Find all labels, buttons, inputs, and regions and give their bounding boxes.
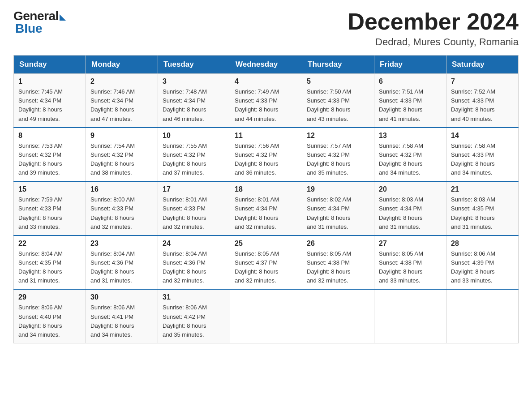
col-tuesday: Tuesday <box>158 56 230 74</box>
table-row: 10 Sunrise: 7:55 AMSunset: 4:32 PMDaylig… <box>158 128 230 182</box>
day-info: Sunrise: 7:48 AMSunset: 4:34 PMDaylight:… <box>163 88 207 122</box>
table-row: 30 Sunrise: 8:06 AMSunset: 4:41 PMDaylig… <box>86 289 158 343</box>
day-info: Sunrise: 8:03 AMSunset: 4:35 PMDaylight:… <box>451 196 495 230</box>
day-info: Sunrise: 8:06 AMSunset: 4:41 PMDaylight:… <box>90 304 135 338</box>
day-number: 20 <box>379 185 442 193</box>
day-number: 23 <box>90 240 153 248</box>
table-row: 4 Sunrise: 7:49 AMSunset: 4:33 PMDayligh… <box>230 74 302 128</box>
title-area: December 2024 Dedrad, Mures County, Roma… <box>348 9 519 48</box>
day-info: Sunrise: 8:04 AMSunset: 4:36 PMDaylight:… <box>163 250 207 284</box>
day-number: 18 <box>235 185 297 193</box>
day-info: Sunrise: 8:06 AMSunset: 4:42 PMDaylight:… <box>163 304 207 338</box>
location-title: Dedrad, Mures County, Romania <box>348 36 519 48</box>
table-row: 24 Sunrise: 8:04 AMSunset: 4:36 PMDaylig… <box>158 235 230 290</box>
table-row: 22 Sunrise: 8:04 AMSunset: 4:35 PMDaylig… <box>14 235 86 290</box>
table-row: 27 Sunrise: 8:05 AMSunset: 4:38 PMDaylig… <box>374 235 446 290</box>
table-row: 31 Sunrise: 8:06 AMSunset: 4:42 PMDaylig… <box>158 289 230 343</box>
day-info: Sunrise: 8:06 AMSunset: 4:39 PMDaylight:… <box>451 250 495 284</box>
calendar-week-row: 22 Sunrise: 8:04 AMSunset: 4:35 PMDaylig… <box>14 235 519 290</box>
table-row: 17 Sunrise: 8:01 AMSunset: 4:33 PMDaylig… <box>158 181 230 235</box>
table-row: 1 Sunrise: 7:45 AMSunset: 4:34 PMDayligh… <box>14 74 86 128</box>
col-wednesday: Wednesday <box>230 56 302 74</box>
col-sunday: Sunday <box>14 56 86 74</box>
table-row: 9 Sunrise: 7:54 AMSunset: 4:32 PMDayligh… <box>86 128 158 182</box>
col-thursday: Thursday <box>302 56 374 74</box>
table-row: 2 Sunrise: 7:46 AMSunset: 4:34 PMDayligh… <box>86 74 158 128</box>
day-info: Sunrise: 7:57 AMSunset: 4:32 PMDaylight:… <box>307 142 351 176</box>
table-row: 11 Sunrise: 7:56 AMSunset: 4:32 PMDaylig… <box>230 128 302 182</box>
table-row: 18 Sunrise: 8:01 AMSunset: 4:34 PMDaylig… <box>230 181 302 235</box>
col-monday: Monday <box>86 56 158 74</box>
logo-blue-text: Blue <box>15 21 43 36</box>
day-number: 10 <box>163 132 225 140</box>
table-row <box>446 289 519 343</box>
table-row: 3 Sunrise: 7:48 AMSunset: 4:34 PMDayligh… <box>158 74 230 128</box>
table-row: 20 Sunrise: 8:03 AMSunset: 4:34 PMDaylig… <box>374 181 446 235</box>
table-row: 25 Sunrise: 8:05 AMSunset: 4:37 PMDaylig… <box>230 235 302 290</box>
day-number: 19 <box>307 185 369 193</box>
day-info: Sunrise: 7:53 AMSunset: 4:32 PMDaylight:… <box>18 142 63 176</box>
day-number: 5 <box>307 77 369 86</box>
table-row: 12 Sunrise: 7:57 AMSunset: 4:32 PMDaylig… <box>302 128 374 182</box>
table-row: 7 Sunrise: 7:52 AMSunset: 4:33 PMDayligh… <box>446 74 519 128</box>
day-info: Sunrise: 7:46 AMSunset: 4:34 PMDaylight:… <box>90 88 135 122</box>
day-number: 29 <box>18 293 81 301</box>
day-number: 30 <box>90 293 153 301</box>
day-number: 31 <box>163 293 225 301</box>
day-number: 24 <box>163 240 225 248</box>
logo: General Blue <box>13 9 66 36</box>
table-row <box>302 289 374 343</box>
day-info: Sunrise: 7:50 AMSunset: 4:33 PMDaylight:… <box>307 88 351 122</box>
day-number: 2 <box>90 77 153 86</box>
day-info: Sunrise: 8:05 AMSunset: 4:38 PMDaylight:… <box>307 250 351 284</box>
day-info: Sunrise: 7:56 AMSunset: 4:32 PMDaylight:… <box>235 142 279 176</box>
table-row: 14 Sunrise: 7:58 AMSunset: 4:33 PMDaylig… <box>446 128 519 182</box>
day-number: 7 <box>451 77 514 86</box>
logo-arrow-icon <box>60 14 66 21</box>
calendar-week-row: 29 Sunrise: 8:06 AMSunset: 4:40 PMDaylig… <box>14 289 519 343</box>
day-number: 12 <box>307 132 369 140</box>
table-row <box>230 289 302 343</box>
day-number: 9 <box>90 132 153 140</box>
day-info: Sunrise: 8:00 AMSunset: 4:33 PMDaylight:… <box>90 196 135 230</box>
page-header: General Blue December 2024 Dedrad, Mures… <box>13 9 519 48</box>
day-info: Sunrise: 8:01 AMSunset: 4:33 PMDaylight:… <box>163 196 207 230</box>
day-number: 28 <box>451 240 514 248</box>
table-row: 21 Sunrise: 8:03 AMSunset: 4:35 PMDaylig… <box>446 181 519 235</box>
table-row: 5 Sunrise: 7:50 AMSunset: 4:33 PMDayligh… <box>302 74 374 128</box>
day-number: 17 <box>163 185 225 193</box>
table-row: 28 Sunrise: 8:06 AMSunset: 4:39 PMDaylig… <box>446 235 519 290</box>
col-saturday: Saturday <box>446 56 519 74</box>
calendar-header-row: Sunday Monday Tuesday Wednesday Thursday… <box>14 56 519 74</box>
day-number: 1 <box>18 77 81 86</box>
col-friday: Friday <box>374 56 446 74</box>
day-info: Sunrise: 7:58 AMSunset: 4:33 PMDaylight:… <box>451 142 495 176</box>
day-info: Sunrise: 7:49 AMSunset: 4:33 PMDaylight:… <box>235 88 279 122</box>
day-info: Sunrise: 7:59 AMSunset: 4:33 PMDaylight:… <box>18 196 63 230</box>
calendar-week-row: 8 Sunrise: 7:53 AMSunset: 4:32 PMDayligh… <box>14 128 519 182</box>
day-number: 6 <box>379 77 442 86</box>
day-info: Sunrise: 8:04 AMSunset: 4:35 PMDaylight:… <box>18 250 63 284</box>
day-info: Sunrise: 7:55 AMSunset: 4:32 PMDaylight:… <box>163 142 207 176</box>
day-info: Sunrise: 7:51 AMSunset: 4:33 PMDaylight:… <box>379 88 423 122</box>
table-row: 13 Sunrise: 7:58 AMSunset: 4:32 PMDaylig… <box>374 128 446 182</box>
day-info: Sunrise: 8:04 AMSunset: 4:36 PMDaylight:… <box>90 250 135 284</box>
table-row: 15 Sunrise: 7:59 AMSunset: 4:33 PMDaylig… <box>14 181 86 235</box>
day-info: Sunrise: 8:05 AMSunset: 4:37 PMDaylight:… <box>235 250 279 284</box>
day-number: 22 <box>18 240 81 248</box>
day-number: 27 <box>379 240 442 248</box>
table-row: 26 Sunrise: 8:05 AMSunset: 4:38 PMDaylig… <box>302 235 374 290</box>
day-number: 15 <box>18 185 81 193</box>
day-info: Sunrise: 8:03 AMSunset: 4:34 PMDaylight:… <box>379 196 423 230</box>
day-number: 8 <box>18 132 81 140</box>
calendar-table: Sunday Monday Tuesday Wednesday Thursday… <box>13 55 519 343</box>
day-number: 25 <box>235 240 297 248</box>
day-info: Sunrise: 8:05 AMSunset: 4:38 PMDaylight:… <box>379 250 423 284</box>
calendar-week-row: 1 Sunrise: 7:45 AMSunset: 4:34 PMDayligh… <box>14 74 519 128</box>
table-row: 19 Sunrise: 8:02 AMSunset: 4:34 PMDaylig… <box>302 181 374 235</box>
day-info: Sunrise: 8:02 AMSunset: 4:34 PMDaylight:… <box>307 196 351 230</box>
day-number: 4 <box>235 77 297 86</box>
table-row: 29 Sunrise: 8:06 AMSunset: 4:40 PMDaylig… <box>14 289 86 343</box>
table-row: 6 Sunrise: 7:51 AMSunset: 4:33 PMDayligh… <box>374 74 446 128</box>
day-number: 13 <box>379 132 442 140</box>
